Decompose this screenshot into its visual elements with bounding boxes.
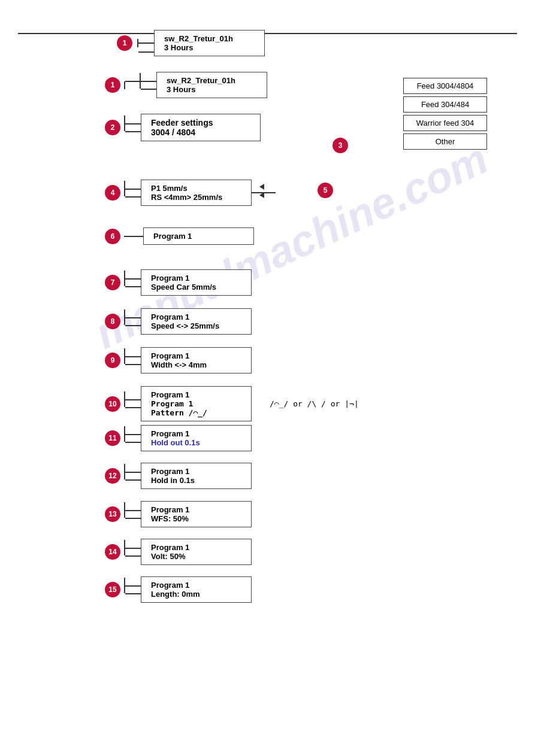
box-4-line1: P1 5mm/s (151, 184, 241, 193)
box-15-line1: Program 1 (151, 581, 241, 590)
box-11: Program 1 Hold out 0.1s (141, 425, 252, 451)
box-14-line2: Volt: 50% (151, 552, 241, 561)
box-11-line1: Program 1 (151, 429, 241, 438)
box-1-line2: 3 Hours (167, 85, 257, 94)
box-7: Program 1 Speed Car 5mm/s (141, 269, 252, 296)
badge-6: 6 (105, 229, 120, 244)
box-1-line1: sw_R2_Tretur_01h (167, 76, 257, 85)
badge-5: 5 (318, 183, 333, 198)
row-13: 13 Program 1 WFS: 50% (105, 501, 252, 527)
box-10-line1: Program 1 (151, 390, 241, 399)
page-container: manualmachine.com Feed 3004/4804 Feed 30… (0, 0, 535, 756)
box-15: Program 1 Length: 0mm (141, 576, 252, 603)
option-other[interactable]: Other (403, 133, 487, 150)
badge-1: 1 (117, 35, 132, 51)
box-11-line2: Hold out 0.1s (151, 438, 241, 447)
badge-15: 15 (105, 582, 120, 597)
box-7-line2: Speed Car 5mm/s (151, 283, 241, 292)
box-10-line2: Program 1Pattern /⌒_/ (151, 399, 241, 417)
box-7-line1: Program 1 (151, 274, 241, 283)
box-13-line2: WFS: 50% (151, 514, 241, 523)
box-4-line2: RS <4mm> 25mm/s (151, 193, 241, 202)
badge-9: 9 (105, 353, 120, 368)
arrow-rs (259, 192, 264, 198)
option-feed-304[interactable]: Feed 304/484 (403, 96, 487, 113)
box-8-line2: Speed <-> 25mm/s (151, 321, 241, 330)
option-feed-3004[interactable]: Feed 3004/4804 (403, 78, 487, 94)
row-7: 7 Program 1 Speed Car 5mm/s (105, 269, 252, 296)
options-panel: Feed 3004/4804 Feed 304/484 Warrior feed… (403, 78, 487, 150)
badge-2: 2 (105, 120, 120, 135)
row-15: 15 Program 1 Length: 0mm (105, 576, 252, 603)
item-row-1: 1 sw_R2_Tretur_01h 3 Hours (0, 30, 535, 56)
box-12-line1: Program 1 (151, 467, 241, 476)
box-8-line1: Program 1 (151, 312, 241, 321)
badge-7: 7 (105, 275, 120, 290)
row-8: 8 Program 1 Speed <-> 25mm/s (105, 308, 252, 335)
option-warrior-feed[interactable]: Warrior feed 304 (403, 115, 487, 131)
badge-11: 11 (105, 430, 120, 446)
box-4: P1 5mm/s RS <4mm> 25mm/s (141, 180, 252, 206)
box-14: Program 1 Volt: 50% (141, 539, 252, 565)
badge-13: 13 (105, 506, 120, 522)
box-9: Program 1 Width <-> 4mm (141, 347, 252, 374)
pattern-label: /⌒_/ or /\ / or |¬| (270, 399, 359, 408)
box-6: Program 1 (143, 227, 254, 245)
row-12: 12 Program 1 Hold in 0.1s (105, 463, 252, 489)
badge-4: 4 (105, 185, 120, 201)
row-2: 2 Feeder settings 3004 / 4804 (105, 114, 261, 141)
badge-14: 14 (105, 544, 120, 560)
box-13: Program 1 WFS: 50% (141, 501, 252, 527)
box-12-line2: Hold in 0.1s (151, 476, 241, 485)
box-2-line2: 3004 / 4804 (151, 127, 250, 137)
line-6 (124, 236, 143, 237)
row-6: 6 Program 1 (105, 227, 254, 245)
badge-8: 8 (105, 314, 120, 329)
badge-1: 1 (105, 77, 120, 93)
row-10: 10 Program 1 Program 1Pattern /⌒_/ /⌒_/ … (105, 386, 359, 421)
badge-10: 10 (105, 396, 120, 412)
row-1: 1 sw_R2_Tretur_01h 3 Hours (105, 72, 267, 98)
box-1: sw_R2_Tretur_01h 3 Hours (156, 72, 267, 98)
row-4: 4 P1 5mm/s RS <4mm> 25mm/s (105, 180, 276, 206)
row-14: 14 Program 1 Volt: 50% (105, 539, 252, 565)
box-9-line1: Program 1 (151, 351, 241, 360)
arrow-p1 (259, 184, 264, 190)
box-12: Program 1 Hold in 0.1s (141, 463, 252, 489)
box-6-line1: Program 1 (153, 232, 244, 241)
items-area: 1 sw_R2_Tretur_01h 3 Hours (0, 24, 535, 56)
box-2: Feeder settings 3004 / 4804 (141, 114, 261, 141)
box-9-line2: Width <-> 4mm (151, 360, 241, 369)
row-11: 11 Program 1 Hold out 0.1s (105, 425, 252, 451)
box-14-line1: Program 1 (151, 543, 241, 552)
box-15-line2: Length: 0mm (151, 590, 241, 599)
box-10: Program 1 Program 1Pattern /⌒_/ (141, 386, 252, 421)
badge-12: 12 (105, 468, 120, 484)
box-2-line1: Feeder settings (151, 118, 250, 127)
box-8: Program 1 Speed <-> 25mm/s (141, 308, 252, 335)
box-13-line1: Program 1 (151, 505, 241, 514)
row-9: 9 Program 1 Width <-> 4mm (105, 347, 252, 374)
badge-3: 3 (333, 138, 348, 153)
box-1: sw_R2_Tretur_01h 3 Hours (154, 30, 265, 56)
